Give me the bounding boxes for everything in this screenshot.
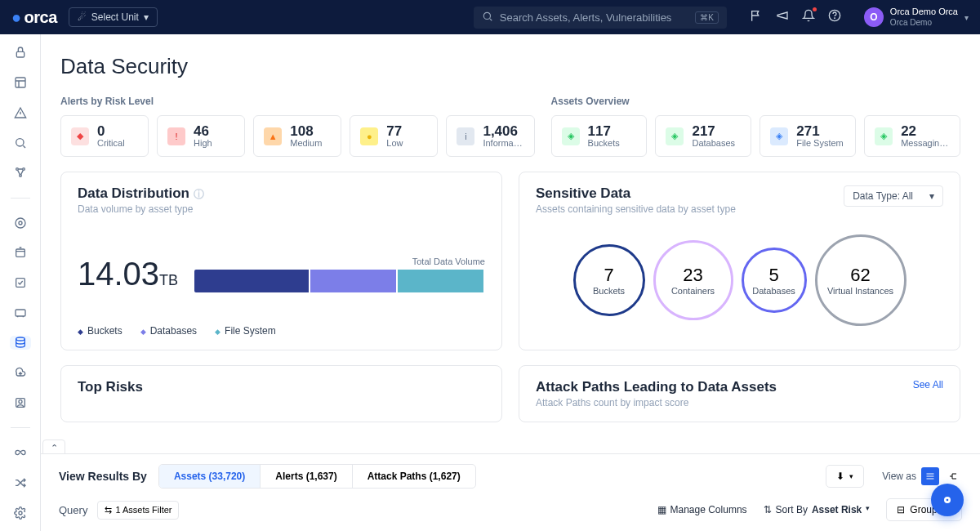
info-icon[interactable]: ⓘ (194, 188, 204, 200)
distribution-sub: Data volume by asset type (78, 203, 485, 215)
view-list-button[interactable] (921, 467, 939, 485)
view-tree-button[interactable] (944, 467, 962, 485)
nav-settings[interactable] (10, 506, 31, 520)
alert-stat[interactable]: ◆0Critical (60, 115, 149, 157)
nav-checklist[interactable] (10, 276, 31, 290)
layers-icon: ☄ (78, 11, 87, 23)
attack-paths-sub: Attack Paths count by impact score (536, 397, 777, 408)
asset-icon: ◈ (562, 127, 580, 145)
brand-logo[interactable]: ●orca (11, 8, 57, 27)
nav-compliance[interactable] (10, 216, 31, 230)
global-search[interactable]: Search Assets, Alerts, Vulnerabilities ⌘… (474, 7, 727, 29)
avatar: O (864, 7, 884, 27)
nav-alerts[interactable] (10, 105, 31, 119)
svg-rect-12 (16, 279, 24, 288)
total-volume-value: 14.03TB (78, 256, 178, 292)
nav-infinity[interactable] (10, 446, 31, 460)
top-risks-card: Top Risks (60, 365, 502, 422)
alert-stat[interactable]: ●77Low (350, 115, 438, 157)
sensitive-circle[interactable]: 23Containers (653, 240, 733, 320)
nav-dashboard[interactable] (10, 76, 31, 90)
filter-icon: ⇆ (105, 505, 112, 515)
nav-identity[interactable] (10, 396, 31, 410)
chevron-down-icon: ▾ (849, 472, 853, 480)
chat-fab[interactable] (931, 484, 964, 516)
columns-icon: ▦ (657, 504, 666, 515)
svg-point-16 (19, 400, 22, 404)
data-distribution-card: Data Distribution ⓘ Data volume by asset… (60, 172, 502, 350)
circle-label: Buckets (593, 286, 625, 296)
announce-icon[interactable] (776, 9, 789, 25)
alert-stat[interactable]: ▲108Medium (253, 115, 341, 157)
chevron-down-icon: ▾ (964, 13, 969, 22)
help-icon[interactable] (828, 9, 841, 25)
asset-stat[interactable]: ◈22Messaging and ... (864, 115, 960, 157)
volume-bar (194, 270, 485, 292)
severity-icon: ▲ (264, 127, 282, 145)
assets-section-label: Assets Overview (551, 96, 960, 107)
alert-stat[interactable]: i1,406Informatio... (446, 115, 534, 157)
user-menu[interactable]: O Orca Demo Orca Orca Demo ▾ (864, 7, 969, 27)
circle-count: 7 (604, 265, 613, 286)
bell-icon[interactable] (802, 9, 815, 25)
top-icon-group (750, 9, 841, 25)
sensitive-circle[interactable]: 62Virtual Instances (815, 234, 906, 326)
stat-label: Informatio... (483, 138, 523, 148)
circle-count: 5 (768, 265, 778, 286)
nav-shuffle[interactable] (10, 476, 31, 490)
page-title: Data Security (60, 54, 960, 79)
download-button[interactable]: ⬇▾ (826, 465, 864, 488)
distribution-title: Data Distribution ⓘ (78, 185, 485, 202)
nav-search[interactable] (10, 136, 31, 149)
volume-segment[interactable] (194, 270, 309, 292)
nav-lock[interactable] (10, 46, 31, 60)
asset-stat[interactable]: ◈117Buckets (551, 115, 648, 157)
sensitive-circle[interactable]: 5Databases (742, 248, 807, 313)
assets-row: ◈117Buckets◈217Databases◈271File System◈… (551, 115, 960, 157)
attack-paths-title: Attack Paths Leading to Data Assets (536, 379, 777, 395)
svg-point-9 (16, 218, 25, 228)
sort-icon: ⇅ (764, 504, 772, 515)
stat-number: 22 (901, 124, 950, 138)
svg-point-2 (835, 18, 835, 19)
result-tab[interactable]: Alerts (1,637) (261, 465, 352, 488)
svg-point-0 (483, 12, 490, 19)
view-results-label: View Results By (59, 470, 147, 483)
sensitive-data-card: Sensitive Data Assets containing sensiti… (519, 172, 960, 350)
result-tab[interactable]: Attack Paths (1,627) (353, 465, 475, 488)
nav-graph[interactable] (10, 166, 31, 180)
result-tab[interactable]: Assets (33,720) (159, 465, 261, 488)
unit-selector[interactable]: ☄ Select Unit ▾ (69, 7, 158, 27)
sort-by-button[interactable]: ⇅Sort By Asset Risk▾ (764, 504, 871, 515)
nav-workload[interactable] (10, 306, 31, 319)
asset-icon: ◈ (770, 127, 788, 145)
volume-segment[interactable] (398, 270, 483, 292)
volume-segment[interactable] (310, 270, 396, 292)
see-all-link[interactable]: See All (913, 379, 943, 390)
asset-stat[interactable]: ◈271File System (760, 115, 856, 157)
nav-archive[interactable] (10, 246, 31, 260)
circle-count: 23 (683, 265, 702, 286)
sensitive-circle[interactable]: 7Buckets (573, 244, 645, 316)
manage-columns-button[interactable]: ▦Manage Columns (657, 504, 747, 515)
view-as-label: View as (882, 471, 916, 482)
results-bar: View Results By Assets (33,720)Alerts (1… (41, 453, 980, 531)
search-icon (482, 11, 493, 25)
stat-number: 108 (290, 124, 322, 138)
flag-icon[interactable] (750, 9, 763, 25)
stat-number: 77 (386, 124, 403, 138)
data-type-filter[interactable]: Data Type: All▾ (844, 185, 943, 207)
stat-number: 117 (588, 124, 620, 138)
search-shortcut: ⌘K (695, 11, 719, 24)
nav-data-security[interactable] (10, 336, 31, 350)
svg-point-8 (19, 175, 21, 177)
asset-stat[interactable]: ◈217Databases (655, 115, 751, 157)
download-icon: ⬇ (836, 471, 844, 482)
nav-cloud[interactable] (10, 366, 31, 380)
stat-number: 271 (796, 124, 843, 138)
stat-number: 0 (97, 124, 125, 138)
alert-stat[interactable]: !46High (157, 115, 245, 157)
search-placeholder: Search Assets, Alerts, Vulnerabilities (500, 11, 672, 24)
assets-filter-pill[interactable]: ⇆1 Assets Filter (97, 501, 179, 520)
svg-point-6 (16, 168, 18, 171)
